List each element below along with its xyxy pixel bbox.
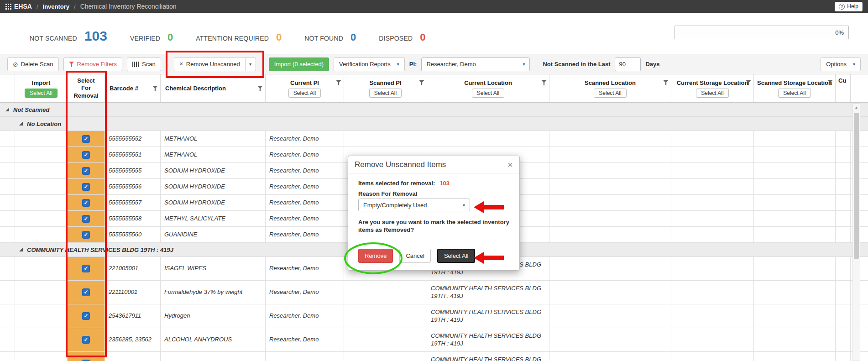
reason-select[interactable]: Empty/Completely Used ▾ xyxy=(358,199,470,211)
group-row-not-scanned[interactable]: Not Scanned xyxy=(0,103,868,117)
import-cell xyxy=(15,163,68,178)
row-checkbox[interactable]: ✓ xyxy=(82,135,90,143)
modal-select-all-button[interactable]: Select All xyxy=(437,249,475,263)
breadcrumb-inventory[interactable]: Inventory xyxy=(43,3,70,10)
table-row: ✓2356285, 23562ALCOHOL ANHYDROUSResearch… xyxy=(0,328,868,352)
remove-unscanned-dropdown-toggle[interactable]: ▾ xyxy=(246,58,256,71)
current-location-cell: COMMUNITY HEALTH SERVICES BLDG 19TH : 41… xyxy=(427,281,549,304)
barcode-cell: 5555555551 xyxy=(105,147,161,162)
close-icon[interactable]: × xyxy=(507,160,513,169)
row-checkbox[interactable]: ✓ xyxy=(82,167,90,175)
ehsa-logo[interactable]: EHSA xyxy=(5,3,32,10)
barcode-cell: 5555555556 xyxy=(105,179,161,194)
chemical-description-cell: METHANOL xyxy=(161,131,266,146)
collapse-triangle-icon xyxy=(5,108,9,111)
reason-select-value: Empty/Completely Used xyxy=(363,202,427,209)
days-input[interactable] xyxy=(615,58,641,71)
column-header-select-for-removal[interactable]: Select For Removal xyxy=(68,74,105,102)
breadcrumb-separator: / xyxy=(37,3,38,10)
help-button[interactable]: ? Help xyxy=(835,2,863,11)
column-header-import[interactable]: Import Select All xyxy=(15,74,68,102)
scrollbar-thumb[interactable] xyxy=(854,113,859,259)
filter-icon xyxy=(69,62,74,67)
barcode-icon xyxy=(132,62,139,67)
scanned-location-select-all-button[interactable]: Select All xyxy=(594,89,626,98)
group-row-no-location[interactable]: No Location xyxy=(0,117,868,131)
row-checkbox[interactable]: ✓ xyxy=(82,288,90,296)
current-pi-cell: Researcher, Demo xyxy=(266,195,344,210)
remove-button[interactable]: Remove xyxy=(358,249,393,263)
import-select-all-button[interactable]: Select All xyxy=(25,89,57,98)
chemical-description-cell: SULFURIC ACID, FUMING xyxy=(161,352,266,361)
chevron-down-icon: ▾ xyxy=(523,62,525,67)
chevron-down-icon: ▾ xyxy=(249,62,251,67)
barcode-cell: 2356285, 23562 xyxy=(105,328,161,351)
chevron-down-icon: ▾ xyxy=(397,62,399,67)
row-checkbox[interactable]: ✓ xyxy=(82,183,90,191)
filter-icon[interactable] xyxy=(336,80,341,85)
column-header-current-location[interactable]: Current Location Select All xyxy=(427,74,549,102)
breadcrumb-separator: / xyxy=(74,3,76,10)
not-found-count: 0 xyxy=(350,31,356,43)
current-pi-cell: Researcher, Demo xyxy=(266,147,344,162)
import-button[interactable]: Import (0 selected) xyxy=(269,58,329,71)
verification-reports-button[interactable]: Verification Reports ▾ xyxy=(334,58,405,71)
delete-scan-button[interactable]: ⊘ Delete Scan xyxy=(7,58,59,71)
counter-not-found: NOT FOUND 0 xyxy=(304,31,356,43)
remove-filters-button[interactable]: Remove Filters xyxy=(63,58,122,71)
select-for-removal-cell: ✓ xyxy=(68,131,105,146)
chevron-down-icon: ▾ xyxy=(463,203,465,208)
options-button[interactable]: Options ▾ xyxy=(821,58,861,71)
x-icon: ✕ xyxy=(179,61,183,67)
row-checkbox[interactable]: ✓ xyxy=(82,199,90,207)
current-storage-location-select-all-button[interactable]: Select All xyxy=(696,89,728,98)
current-location-select-all-button[interactable]: Select All xyxy=(472,89,504,98)
row-checkbox[interactable]: ✓ xyxy=(82,265,90,272)
chemical-description-cell: Hydrogen xyxy=(161,304,266,328)
select-for-removal-cell: ✓ xyxy=(68,179,105,194)
filter-icon[interactable] xyxy=(419,80,424,85)
cancel-button[interactable]: Cancel xyxy=(399,249,430,263)
progress-bar: 0% xyxy=(675,26,849,39)
vertical-scrollbar[interactable]: ▲ xyxy=(852,103,860,361)
import-cell xyxy=(15,352,68,361)
column-header-scanned-pi[interactable]: Scanned PI Select All xyxy=(344,74,427,102)
column-header-barcode[interactable]: Barcode # xyxy=(105,74,161,102)
row-checkbox[interactable]: ✓ xyxy=(82,312,90,320)
current-pi-select-all-button[interactable]: Select All xyxy=(288,89,321,98)
import-cell xyxy=(15,147,68,162)
column-header-chemical-description[interactable]: Chemical Description xyxy=(161,74,266,102)
disposed-count: 0 xyxy=(420,31,425,43)
import-cell xyxy=(15,211,68,226)
scanned-storage-location-select-all-button[interactable]: Select All xyxy=(778,89,810,98)
select-for-removal-cell: ✓ xyxy=(68,328,105,351)
not-scanned-last-label: Not Scanned in the Last xyxy=(543,61,610,68)
column-header-scanned-location[interactable]: Scanned Location Select All xyxy=(549,74,671,102)
top-bar: EHSA / Inventory / Chemical Inventory Re… xyxy=(0,0,868,13)
column-header-scanned-storage-location[interactable]: Scanned Storage Location Select All xyxy=(754,74,836,102)
filter-icon[interactable] xyxy=(152,86,158,91)
column-header-cut[interactable]: Cu xyxy=(836,74,851,102)
barcode-cell: 2308965 xyxy=(105,352,161,361)
row-checkbox[interactable]: ✓ xyxy=(82,215,90,223)
row-checkbox[interactable]: ✓ xyxy=(82,151,90,159)
column-header-current-storage-location[interactable]: Current Storage Location Select All xyxy=(671,74,754,102)
current-pi-cell: Researcher, Demo xyxy=(266,179,344,194)
modal-title: Remove Unscanned Items xyxy=(355,160,446,169)
annotation-rect-remove-unscanned: ✕ Remove Unscanned ▾ xyxy=(166,51,264,78)
remove-unscanned-button[interactable]: ✕ Remove Unscanned xyxy=(174,58,246,71)
filter-icon[interactable] xyxy=(663,80,669,85)
row-checkbox[interactable]: ✓ xyxy=(82,231,90,239)
scroll-up-icon[interactable]: ▲ xyxy=(853,104,860,111)
pi-select[interactable]: Researcher, Demo ▾ xyxy=(421,58,530,71)
filter-icon[interactable] xyxy=(257,86,263,91)
scan-button[interactable]: Scan xyxy=(127,58,161,71)
column-header-current-pi[interactable]: Current PI Select All xyxy=(266,74,344,102)
table-row: ✓2543617911HydrogenResearcher, DemoCOMMU… xyxy=(0,304,868,328)
scanned-pi-select-all-button[interactable]: Select All xyxy=(369,89,402,98)
barcode-cell: 5555555558 xyxy=(105,211,161,226)
filter-icon[interactable] xyxy=(541,80,547,85)
row-checkbox[interactable]: ✓ xyxy=(82,336,90,344)
barcode-cell: 5555555552 xyxy=(105,131,161,146)
toolbar: ⊘ Delete Scan Remove Filters Scan ✕ Remo… xyxy=(0,54,868,74)
